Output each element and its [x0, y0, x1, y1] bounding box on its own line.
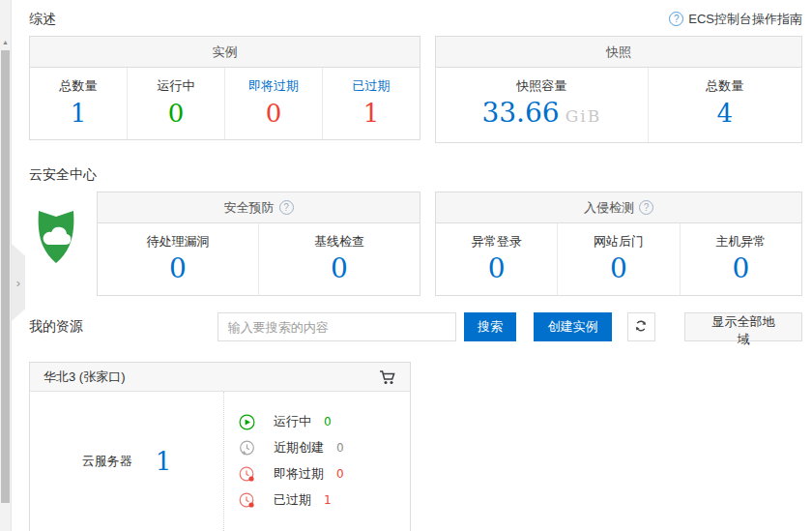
page-title-security-center: 云安全中心 [29, 166, 802, 183]
intrusion-stat-webshell: 网站后门 0 [557, 223, 679, 295]
status-label: 运行中 [274, 413, 311, 430]
status-row-recently-created[interactable]: 近期创建 0 [239, 436, 344, 459]
stat-value[interactable]: 0 [98, 253, 258, 284]
snapshot-stat-total: 总数量 4 [648, 68, 801, 142]
stat-value[interactable]: 1 [30, 98, 127, 129]
instance-stat-expired: 已过期 1 [322, 68, 420, 139]
capacity-unit: GiB [566, 106, 602, 126]
sidebar-collapse-toggle[interactable]: › [12, 244, 25, 321]
status-value: 0 [336, 441, 344, 455]
clock-plus-icon [239, 440, 255, 457]
cloud-server-label: 云服务器 [82, 453, 132, 470]
main-content: 综述 ? ECS控制台操作指南 实例 总数量 1 运行中 0 即将过期 0 [29, 0, 802, 531]
refresh-icon [634, 319, 648, 336]
region-card: 华北3 (张家口) 云服务器 1 [29, 362, 411, 531]
search-input[interactable] [218, 312, 456, 341]
stat-label: 快照容量 [436, 77, 648, 95]
search-button[interactable]: 搜索 [464, 312, 517, 341]
stat-value[interactable]: 0 [225, 98, 322, 129]
instance-stat-total: 总数量 1 [30, 68, 127, 139]
intrusion-panel-title: 入侵检测 [584, 192, 634, 222]
instance-panel: 实例 总数量 1 运行中 0 即将过期 0 已过期 1 [29, 36, 420, 140]
stat-label-link[interactable]: 即将过期 [225, 77, 322, 95]
snapshot-panel: 快照 快照容量 33.66GiB 总数量 4 [435, 36, 802, 143]
stat-value[interactable]: 0 [436, 253, 557, 284]
vertical-scrollbar-thumb[interactable] [1, 50, 10, 503]
scrollbar-up-arrow[interactable]: ▲ [0, 37, 11, 48]
create-instance-button[interactable]: 创建实例 [534, 312, 611, 341]
help-question-icon: ? [669, 12, 683, 26]
status-row-expiring-soon[interactable]: 即将过期 0 [239, 462, 344, 486]
prevention-stat-vulnerabilities: 待处理漏洞 0 [98, 223, 258, 295]
snapshot-stat-capacity: 快照容量 33.66GiB [436, 68, 648, 142]
stat-label: 网站后门 [558, 233, 679, 251]
clock-alert-icon [239, 492, 255, 509]
stat-label: 基线检查 [259, 233, 420, 251]
server-status-list: 运行中 0 近期创建 0 [224, 392, 344, 531]
status-label: 已过期 [274, 491, 311, 509]
instance-stat-running: 运行中 0 [127, 68, 224, 139]
refresh-button[interactable] [627, 312, 656, 341]
status-label: 即将过期 [274, 465, 324, 483]
security-prevention-panel: 安全预防 ? 待处理漏洞 0 基线检查 0 [97, 192, 420, 296]
instance-stat-expiring-soon: 即将过期 0 [224, 68, 322, 139]
instance-panel-title: 实例 [30, 37, 420, 68]
stat-value[interactable]: 0 [259, 253, 420, 284]
stat-value[interactable]: 0 [128, 98, 224, 129]
stat-label: 异常登录 [436, 233, 557, 251]
stat-label: 总数量 [649, 77, 801, 95]
stat-value[interactable]: 1 [323, 98, 420, 129]
stat-label: 总数量 [30, 77, 127, 95]
stat-value[interactable]: 4 [649, 98, 801, 129]
status-row-expired[interactable]: 已过期 1 [239, 488, 344, 512]
stat-label: 主机异常 [681, 233, 801, 251]
prevention-panel-title: 安全预防 [224, 192, 275, 222]
help-question-icon[interactable]: ? [279, 200, 294, 215]
snapshot-panel-title: 快照 [436, 37, 801, 68]
ecs-guide-label: ECS控制台操作指南 [688, 11, 802, 28]
stat-value[interactable]: 33.66GiB [436, 98, 648, 132]
clock-alert-icon [239, 466, 255, 483]
prevention-stat-baseline-check: 基线检查 0 [258, 223, 420, 295]
status-value: 1 [324, 493, 332, 507]
buy-cart-icon[interactable] [379, 369, 396, 385]
stat-label: 待处理漏洞 [98, 233, 258, 251]
region-card-title: 华北3 (张家口) [44, 369, 126, 386]
status-value: 0 [336, 467, 344, 481]
cloud-server-summary: 云服务器 1 [30, 392, 224, 531]
stat-label: 运行中 [128, 77, 224, 95]
stat-label-link[interactable]: 已过期 [323, 77, 420, 95]
page-title-my-resources: 我的资源 [29, 318, 218, 336]
help-question-icon[interactable]: ? [639, 200, 653, 215]
stat-value[interactable]: 0 [558, 253, 679, 284]
security-shield-icon [29, 192, 97, 272]
ecs-guide-link[interactable]: ? ECS控制台操作指南 [669, 11, 802, 28]
show-all-regions-button[interactable]: 显示全部地域 [684, 312, 802, 341]
status-row-running[interactable]: 运行中 0 [239, 410, 344, 433]
intrusion-detection-panel: 入侵检测 ? 异常登录 0 网站后门 0 主机异常 0 [435, 192, 802, 296]
play-circle-icon [239, 414, 255, 430]
stat-value[interactable]: 0 [681, 253, 801, 284]
status-value: 0 [324, 415, 332, 428]
intrusion-stat-host-anomaly: 主机异常 0 [680, 223, 801, 295]
cloud-server-count[interactable]: 1 [156, 447, 172, 476]
chevron-right-icon: › [16, 276, 20, 290]
intrusion-stat-abnormal-login: 异常登录 0 [436, 223, 557, 295]
status-label: 近期创建 [274, 439, 324, 457]
page-title-overview: 综述 [29, 11, 56, 28]
